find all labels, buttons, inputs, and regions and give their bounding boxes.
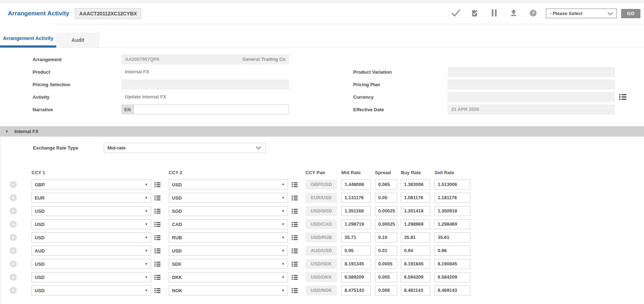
ccy1-lookup-icon[interactable] — [154, 222, 160, 227]
ccy1-select[interactable]: USD ▼ — [32, 259, 151, 269]
currency-lookup-icon[interactable] — [619, 94, 626, 100]
ccy1-lookup-icon[interactable] — [154, 235, 160, 240]
buy-rate-input[interactable]: 8.481143 — [401, 285, 430, 295]
spread-input[interactable]: 0.0005 — [375, 259, 397, 269]
spread-input[interactable]: 0.10 — [375, 232, 397, 242]
ccy2-select[interactable]: DKK ▼ — [169, 272, 288, 282]
sell-rate-input[interactable]: 1.181176 — [434, 193, 470, 203]
spread-input[interactable]: 0.00025 — [375, 206, 397, 216]
buy-rate-input[interactable]: 6.594209 — [401, 272, 430, 282]
mid-rate-input[interactable]: 1.131176 — [341, 193, 371, 203]
add-row-button[interactable]: + — [10, 260, 17, 268]
tab-audit[interactable]: Audit — [56, 33, 100, 48]
mid-rate-input[interactable]: 0.95 — [341, 246, 371, 256]
sell-rate-input[interactable]: 1.513006 — [434, 180, 470, 190]
arrangement-form: Arrangement AA2007957QP6 General Trading… — [0, 48, 644, 126]
buy-rate-input[interactable]: 1.383006 — [401, 180, 430, 190]
ccy2-select[interactable]: CAD ▼ — [169, 219, 288, 229]
spread-input[interactable]: 0.006 — [375, 285, 397, 295]
spread-input[interactable]: 0.005 — [375, 272, 397, 282]
ccy1-select[interactable]: USD ▼ — [32, 219, 151, 229]
ccy1-select[interactable]: USD ▼ — [32, 232, 151, 242]
fx-rate-row: + GBP ▼ USD ▼ GBP/USD 1.448006 0.065 1.3… — [1, 180, 644, 190]
ccy2-select[interactable]: SGD ▼ — [169, 206, 288, 216]
buy-rate-input[interactable]: 8.191845 — [401, 259, 430, 269]
upload-button[interactable] — [509, 9, 519, 19]
spread-input[interactable]: 0.01 — [375, 246, 397, 256]
add-row-button[interactable]: + — [10, 247, 17, 254]
mid-rate-input[interactable]: 6.589209 — [341, 272, 371, 282]
internal-fx-section-header[interactable]: ▼ Internal FX — [0, 126, 644, 137]
buy-rate-input[interactable]: 1.351418 — [401, 206, 430, 216]
hold-button[interactable] — [489, 9, 499, 19]
sell-rate-input[interactable]: 1.298469 — [434, 219, 470, 229]
collapse-caret-icon: ▼ — [5, 129, 9, 133]
ccy2-lookup-icon[interactable] — [291, 261, 298, 267]
narrative-input[interactable] — [134, 104, 289, 114]
tab-arrangement-activity[interactable]: Arrangement Activity — [0, 24, 56, 48]
ccy1-select[interactable]: USD ▼ — [32, 285, 151, 295]
ccy2-lookup-icon[interactable] — [291, 222, 298, 227]
ccy1-select[interactable]: USD ▼ — [32, 272, 151, 282]
ccy1-lookup-icon[interactable] — [154, 209, 160, 214]
dropdown-caret-icon: ▼ — [282, 289, 285, 292]
sell-rate-input[interactable]: 1.350918 — [434, 206, 470, 216]
add-row-button[interactable]: + — [10, 194, 17, 201]
ccy1-lookup-icon[interactable] — [154, 261, 160, 267]
exchange-rate-type-select[interactable]: Mid-rate — [104, 143, 266, 153]
sell-rate-input[interactable]: 0.96 — [434, 246, 470, 256]
mid-rate-input[interactable]: 1.448006 — [341, 180, 371, 190]
ccy2-lookup-icon[interactable] — [291, 235, 298, 240]
validate-button[interactable] — [470, 9, 480, 19]
spread-input[interactable]: 0.00025 — [375, 219, 397, 229]
commit-button[interactable] — [451, 9, 461, 19]
ccy1-select[interactable]: AUD ▼ — [32, 246, 151, 256]
buy-rate-input[interactable]: 1.298969 — [401, 219, 430, 229]
buy-rate-input[interactable]: 0.94 — [401, 246, 430, 256]
add-row-button[interactable]: + — [10, 287, 17, 294]
add-row-button[interactable]: + — [10, 207, 17, 215]
buy-rate-input[interactable]: 1.081176 — [401, 193, 430, 203]
go-button[interactable]: GO — [621, 9, 640, 18]
ccy1-lookup-icon[interactable] — [154, 275, 160, 280]
ccy2-select[interactable]: RUB ▼ — [169, 232, 288, 242]
ccy2-lookup-icon[interactable] — [291, 195, 298, 201]
add-row-button[interactable]: + — [10, 221, 17, 228]
mid-rate-input[interactable]: 1.298719 — [341, 219, 371, 229]
ccy2-lookup-icon[interactable] — [291, 288, 298, 293]
ccy2-lookup-icon[interactable] — [291, 248, 298, 254]
help-button[interactable]: ? — [528, 9, 538, 19]
ccy2-lookup-icon[interactable] — [291, 209, 298, 214]
add-row-button[interactable]: + — [10, 274, 17, 281]
add-row-button[interactable]: + — [10, 181, 17, 188]
mid-rate-input[interactable]: 8.191345 — [341, 259, 371, 269]
sell-rate-input[interactable]: 35.61 — [434, 232, 470, 242]
mid-rate-input[interactable]: 35.71 — [341, 232, 371, 242]
action-select[interactable]: - Please Select — [546, 9, 617, 18]
ccy2-select[interactable]: USD ▼ — [169, 193, 288, 203]
add-row-button[interactable]: + — [10, 234, 17, 241]
ccy1-lookup-icon[interactable] — [154, 182, 160, 187]
sell-rate-input[interactable]: 8.469143 — [434, 285, 470, 295]
ccy2-select[interactable]: SEK ▼ — [169, 259, 288, 269]
spread-input[interactable]: 0.065 — [375, 180, 397, 190]
ccy2-select[interactable]: USD ▼ — [169, 180, 288, 190]
ccy2-select[interactable]: NOK ▼ — [169, 285, 288, 295]
buy-rate-input[interactable]: 35.81 — [401, 232, 430, 242]
ccy2-select[interactable]: USD ▼ — [169, 246, 288, 256]
spread-input[interactable]: 0.05 — [375, 193, 397, 203]
ccy1-lookup-icon[interactable] — [154, 248, 160, 254]
mid-rate-input[interactable]: 1.351168 — [341, 206, 371, 216]
ccy2-lookup-icon[interactable] — [291, 275, 298, 280]
ccy1-lookup-icon[interactable] — [154, 288, 160, 293]
sell-rate-input[interactable]: 8.190845 — [434, 259, 470, 269]
ccy1-select[interactable]: USD ▼ — [32, 206, 151, 216]
ccy1-lookup-icon[interactable] — [154, 195, 160, 201]
narrative-field: EN — [121, 104, 289, 114]
sell-rate-input[interactable]: 6.584209 — [434, 272, 470, 282]
ccy1-select[interactable]: EUR ▼ — [32, 193, 151, 203]
header-ccy1: CCY 1 — [32, 170, 151, 175]
ccy2-lookup-icon[interactable] — [291, 182, 298, 187]
ccy1-select[interactable]: GBP ▼ — [32, 180, 151, 190]
mid-rate-input[interactable]: 8.475143 — [341, 285, 371, 295]
